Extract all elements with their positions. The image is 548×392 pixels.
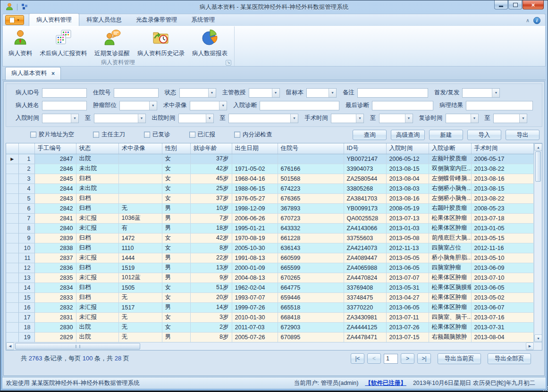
cell-status[interactable]: 未汇报 [76, 253, 118, 263]
cell-surgery-date[interactable]: 2008-05-23 [471, 203, 534, 213]
cell-intraop-video[interactable]: 无 [118, 322, 162, 332]
cell-visit-age[interactable]: 9岁 [190, 273, 232, 283]
table-row[interactable]: 82840未汇报有男18岁1995-01-21643332ZA414306620… [6, 223, 534, 233]
cell-manual-no[interactable]: 2833 [34, 292, 76, 302]
cell-intraop-video[interactable]: 1505 [118, 283, 162, 292]
horizontal-scrollbar[interactable]: ◀ ▶ [6, 342, 542, 350]
cell-visit-age[interactable]: 22岁 [190, 253, 232, 263]
filter-select-revisit-date-from[interactable]: ▼ [446, 114, 479, 123]
cell-id-no[interactable]: 33805268 [344, 183, 386, 193]
cell-id-no[interactable]: YB0072147 [344, 154, 386, 164]
first-page-button[interactable]: |< [351, 353, 364, 364]
cell-manual-no[interactable]: 2847 [34, 154, 76, 164]
cell-id-no[interactable]: ZA2580544 [344, 174, 386, 183]
cell-surgery-date[interactable]: 2013-05-10 [471, 253, 534, 263]
tab-patient-basic-data[interactable]: 病人基本资料 × [5, 67, 61, 80]
filter-input-admission-diagnosis[interactable] [260, 101, 339, 110]
cell-admission-date[interactable]: 2013-05-08 [386, 233, 429, 243]
cell-admission-diagnosis[interactable]: 四脑室肿瘤 [429, 263, 471, 273]
cell-birth-date[interactable]: 1988-06-15 [232, 183, 278, 193]
column-header-intraop-video[interactable]: 术中录像 [118, 143, 162, 154]
table-row[interactable]: 132835未汇报1012蓝男9岁2004-08-13670265ZA44708… [6, 273, 534, 283]
cell-admission-date[interactable]: 2006-05-12 [386, 154, 429, 164]
cell-admission-date[interactable]: 2013-01-03 [386, 223, 429, 233]
cell-status[interactable]: 未汇报 [76, 223, 118, 233]
ribbon-button-postop-report-data[interactable]: 术后病人汇报资料 [36, 27, 91, 58]
cell-manual-no[interactable]: 2837 [34, 253, 76, 263]
cell-visit-age[interactable]: 20岁 [190, 292, 232, 302]
cell-inpatient-no[interactable]: 664775 [278, 283, 344, 292]
cell-status[interactable]: 归档 [76, 203, 118, 213]
cell-intraop-video[interactable]: 1012蓝 [118, 273, 162, 283]
cell-intraop-video[interactable]: 无 [118, 332, 162, 342]
avatar-icon[interactable] [5, 2, 14, 12]
cell-admission-diagnosis[interactable]: 松果体区肿瘤 [429, 223, 471, 233]
cell-surgery-date[interactable]: 2013-08-22 [471, 164, 534, 174]
scroll-down-icon[interactable]: ▼ [534, 334, 542, 342]
column-header-inpatient-no[interactable]: 住院号 [278, 143, 344, 154]
cell-intraop-video[interactable]: 1110 [118, 243, 162, 253]
cell-surgery-date[interactable]: 2013-06-05 [471, 283, 534, 292]
cell-gender[interactable]: 男 [162, 302, 190, 312]
filter-input-patient-name[interactable] [42, 101, 87, 110]
cell-surgery-date[interactable]: 2013-08-22 [471, 193, 534, 203]
cell-surgery-date[interactable]: 2013-08-04 [471, 332, 534, 342]
cell-surgery-date[interactable]: 2013-01-05 [471, 223, 534, 233]
checkbox-chief-surgeon[interactable]: 主任主刀 [93, 131, 125, 139]
maximize-button[interactable] [508, 0, 522, 9]
cell-id-no[interactable]: ZA3430981 [344, 312, 386, 322]
cell-visit-age[interactable]: 8岁 [190, 332, 232, 342]
cell-surgery-date[interactable]: 2013-07-10 [471, 273, 534, 283]
minimize-button[interactable] [494, 0, 508, 9]
cell-manual-no[interactable]: 2832 [34, 302, 76, 312]
cell-admission-date[interactable]: 2012-11-13 [386, 243, 429, 253]
ribbon-button-patient-report[interactable]: 病人数据报表 [188, 27, 231, 58]
column-header-gender[interactable]: 性别 [162, 143, 190, 154]
filter-select-first-or-relapse[interactable]: ▼ [462, 88, 500, 98]
cell-admission-date[interactable]: 2013-05-31 [386, 283, 429, 292]
cell-status[interactable]: 未汇报 [76, 302, 118, 312]
cell-status[interactable]: 出院 [76, 154, 118, 164]
cell-gender[interactable]: 男 [162, 253, 190, 263]
cell-manual-no[interactable]: 2843 [34, 193, 76, 203]
next-page-button[interactable]: > [401, 353, 414, 364]
column-header-admission-diagnosis[interactable]: 入院诊断 [429, 143, 471, 154]
cell-id-no[interactable]: ZA4214073 [344, 243, 386, 253]
column-header-visit-age[interactable]: 就诊年龄 [190, 143, 232, 154]
cell-manual-no[interactable]: 2834 [34, 283, 76, 292]
horizontal-scroll-thumb[interactable] [15, 343, 140, 350]
cell-birth-date[interactable]: 1976-05-27 [232, 193, 278, 203]
cell-admission-date[interactable]: 2013-08-03 [386, 183, 429, 193]
filter-select-surgery-date-from[interactable]: ▼ [331, 114, 364, 123]
filter-select-admission-date-from[interactable]: ▼ [42, 114, 79, 123]
cell-status[interactable]: 出院 [76, 322, 118, 332]
cell-birth-date[interactable]: 1995-01-21 [232, 223, 278, 233]
filter-input-patient-id[interactable] [42, 88, 87, 98]
cell-manual-no[interactable]: 2840 [34, 223, 76, 233]
export-button[interactable]: 导出 [506, 130, 540, 140]
table-row[interactable]: 32845归档女45岁1968-04-16501568ZA25805442013… [6, 174, 534, 183]
cell-surgery-date[interactable]: 2012-11-16 [471, 243, 534, 253]
cell-surgery-date[interactable]: 2013-08-16 [471, 174, 534, 183]
cell-gender[interactable]: 男 [162, 273, 190, 283]
filter-select-discharge-date-to[interactable]: ▼ [228, 114, 298, 123]
column-header-surgery-date[interactable]: 手术时间 [471, 143, 534, 154]
cell-id-no[interactable]: ZA4143066 [344, 223, 386, 233]
import-button[interactable]: 导入 [467, 130, 501, 140]
cell-surgery-date[interactable]: 2013-07-31 [471, 322, 534, 332]
filter-select-status[interactable]: ▼ [179, 88, 216, 98]
cell-gender[interactable]: 男 [162, 263, 190, 273]
cell-id-no[interactable]: ZA4444125 [344, 322, 386, 332]
table-row[interactable]: 162832未汇报1517男14岁1999-07-266655183377022… [6, 302, 534, 312]
cell-manual-no[interactable]: 2830 [34, 322, 76, 332]
scroll-left-icon[interactable]: ◀ [6, 342, 14, 350]
cell-admission-diagnosis[interactable]: 松果体区肿瘤 [429, 292, 471, 302]
cell-admission-date[interactable]: 2013-07-07 [386, 273, 429, 283]
cell-id-no[interactable]: QA0025528 [344, 213, 386, 223]
cell-status[interactable]: 未出院 [76, 183, 118, 193]
table-row[interactable]: 52843归档女37岁1976-05-27676365ZA38417032013… [6, 193, 534, 203]
ribbon-button-revisit-reminder[interactable]: 近期复诊提醒 [91, 27, 134, 58]
table-row[interactable]: 142834归档1505女51岁1962-02-0466477533769408… [6, 283, 534, 292]
cell-gender[interactable]: 男 [162, 213, 190, 223]
cell-intraop-video[interactable]: 1036蓝 [118, 213, 162, 223]
